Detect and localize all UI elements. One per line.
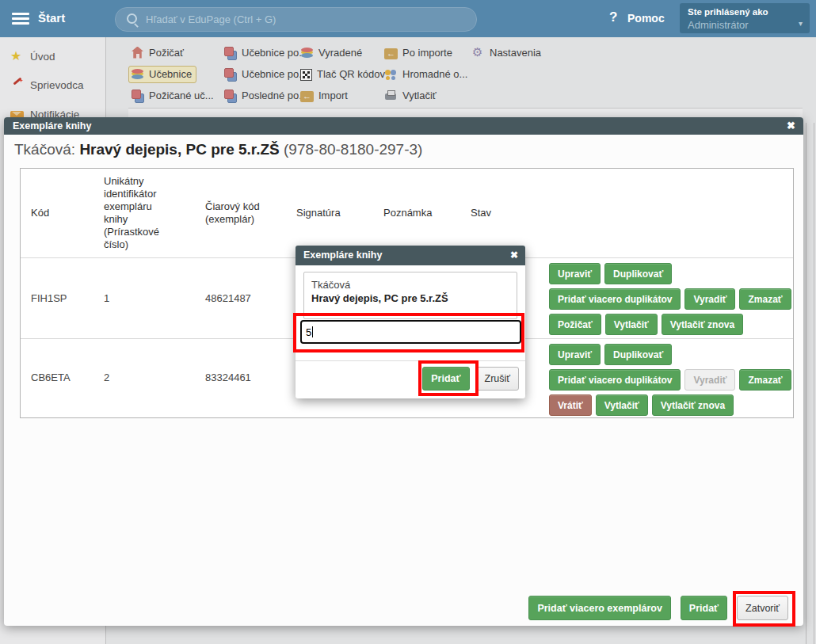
zatvorit-button[interactable]: Zatvoriť [737,596,788,620]
user-menu[interactable]: Ste prihlásený ako Administrátor ▾ [680,3,810,33]
dialog-footer: PridaťZrušiť [416,367,519,391]
row-action-line: UpraviťDuplikovať [549,263,796,284]
vytlacit-button[interactable]: Vytlačiť [605,314,658,335]
column-header-signatura: Signatúra [286,207,373,219]
logged-in-label: Ste prihlásený ako [688,7,768,17]
edupage-app: Úvod Sprievodca Notifikácie PožičaťUčebn… [0,0,816,644]
book-name: Hravý dejepis, PC pre 5.r.ZŠ [79,141,279,158]
row-action-line: Pridať viacero duplikátovVyradiťZmazať [549,288,796,310]
duplikovat-button[interactable]: Duplikovať [604,263,672,284]
cell-uid: 1 [93,292,195,305]
pridat-viacero-exemplarov-button[interactable]: Pridať viacero exemplárov [528,596,670,620]
column-header-poznamka: Poznámka [373,207,460,219]
modal-title: Exempláre knihy [13,120,91,131]
close-icon[interactable]: ✖ [510,250,518,261]
modal-footer: Pridať viacero exemplárovPridaťZatvoriť [519,596,788,620]
quantity-input[interactable]: 5 [300,320,521,344]
duplikovat-button[interactable]: Duplikovať [604,344,672,365]
dialog-title: Exempláre knihy [303,250,382,261]
zmazat-button[interactable]: Zmazať [739,369,791,391]
top-bar: Štart Hľadať v EduPage (Ctrl + G) ? Pomo… [0,0,816,37]
start-button[interactable]: Štart [38,11,65,25]
cell-barcode: 83324461 [195,372,286,384]
cell-kod: FIH1SP [21,292,93,305]
column-header-unikatny-identifikator-exemplaru-knihy-prirastkove-cislo: Unikátny identifikátor exempláru knihy (… [93,175,195,251]
pozicat-button[interactable]: Požičať [549,314,601,335]
row-actions: UpraviťDuplikovaťPridať viacero duplikát… [549,344,796,420]
book-isbn: (978-80-8180-297-3) [280,141,423,158]
cell-barcode: 48621487 [195,292,286,305]
book-author: Tkáčová: [14,141,79,158]
dialog-divider [296,360,525,361]
pridat-button[interactable]: Pridať [681,596,727,620]
zmazat-button[interactable]: Zmazať [739,288,791,310]
row-action-line: PožičaťVytlačiťVytlačiť znova [549,314,796,335]
cell-kod: CB6ETA [21,372,93,384]
row-action-line: Pridať viacero duplikátovVyradiťZmazať [549,369,796,391]
dialog-book-author: Tkáčová [311,278,509,292]
pridat-viacero-duplikatov-button[interactable]: Pridať viacero duplikátov [549,288,681,310]
help-button[interactable]: Pomoc [627,12,665,25]
vytlacit-znova-button[interactable]: Vytlačiť znova [662,314,743,335]
row-action-line: UpraviťDuplikovať [549,344,796,365]
search-placeholder: Hľadať v EduPage (Ctrl + G) [146,13,276,25]
vyradit-button[interactable]: Vyradiť [684,369,735,391]
cell-uid: 2 [93,372,195,384]
vratit-button[interactable]: Vrátiť [549,394,592,416]
user-role: Administrátor [688,19,749,31]
chevron-down-icon: ▾ [799,19,803,28]
row-action-line: VrátiťVytlačiťVytlačiť znova [549,394,796,416]
upravit-button[interactable]: Upraviť [549,344,601,365]
search-input[interactable]: Hľadať v EduPage (Ctrl + G) [115,7,477,32]
column-header-kod: Kód [21,207,93,219]
text-cursor [312,326,313,337]
column-header-ciarovy-kod-exemplar: Čiarový kód (exemplár) [195,200,286,226]
upravit-button[interactable]: Upraviť [549,263,601,284]
zrusit-button[interactable]: Zrušiť [476,367,519,391]
search-icon [127,13,137,24]
column-header-stav: Stav [460,207,793,219]
add-copies-dialog: Exempláre knihy ✖ Tkáčová Hravý dejepis,… [296,246,525,398]
vytlacit-button[interactable]: Vytlačiť [596,394,648,416]
dialog-header: Exempláre knihy ✖ [296,246,525,265]
table-header-row: KódUnikátny identifikátor exempláru knih… [21,169,793,257]
book-title: Tkáčová: Hravý dejepis, PC pre 5.r.ZŠ (9… [14,141,422,158]
help-icon[interactable]: ? [609,10,617,25]
close-icon[interactable]: ✖ [787,120,795,131]
dialog-book-name: Hravý dejepis, PC pre 5.r.ZŠ [311,292,448,304]
quantity-value: 5 [306,326,311,338]
book-info-box: Tkáčová Hravý dejepis, PC pre 5.r.ZŠ [303,272,517,319]
pridat-viacero-duplikatov-button[interactable]: Pridať viacero duplikátov [549,369,681,391]
modal-header: Exempláre knihy ✖ [4,117,803,135]
row-actions: UpraviťDuplikovaťPridať viacero duplikát… [549,263,796,339]
vytlacit-znova-button[interactable]: Vytlačiť znova [652,394,734,416]
menu-icon[interactable] [12,13,29,25]
vyradit-button[interactable]: Vyradiť [684,288,735,310]
pridat-button[interactable]: Pridať [422,367,469,391]
